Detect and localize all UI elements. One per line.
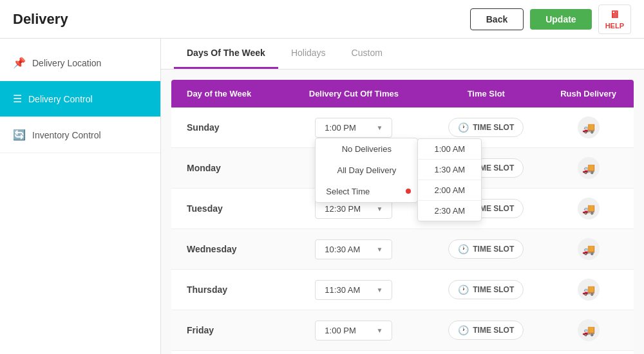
friday-cutoff-value: 1:00 PM <box>325 326 355 335</box>
cutoff-sunday: 1:00 PM ▼ No Deliveries All Day Delivery… <box>278 107 429 148</box>
sidebar-label-inventory-control: Inventory Control <box>32 130 101 140</box>
sunday-timeslot-btn[interactable]: 🕐 TIME SLOT <box>448 118 524 137</box>
table-container: Day of the Week Delivery Cut Off Times T… <box>161 70 644 354</box>
timeslot-thursday: 🕐 TIME SLOT <box>429 270 543 310</box>
sidebar-label-delivery-location: Delivery Location <box>32 58 101 68</box>
col-header-day: Day of the Week <box>171 80 278 107</box>
rush-tuesday: 🚚 <box>543 189 634 229</box>
cutoff-wednesday: 10:30 AM ▼ <box>278 229 429 270</box>
clock-icon: 🕐 <box>458 122 469 133</box>
wednesday-timeslot-btn[interactable]: 🕐 TIME SLOT <box>448 239 524 259</box>
thursday-cutoff-dropdown[interactable]: 11:30 AM ▼ <box>315 280 392 300</box>
friday-cutoff-dropdown[interactable]: 1:00 PM ▼ <box>315 321 392 340</box>
day-monday: Monday <box>171 148 278 189</box>
timeslot-label: TIME SLOT <box>473 285 514 294</box>
sunday-cutoff-dropdown[interactable]: 1:00 PM ▼ <box>315 118 392 138</box>
delivery-table: Day of the Week Delivery Cut Off Times T… <box>171 80 634 354</box>
option-select-time[interactable]: Select Time <box>316 181 417 202</box>
friday-rush-btn[interactable]: 🚚 <box>578 319 600 341</box>
main-layout: 📌 Delivery Location ☰ Delivery Control 🔄… <box>0 39 644 354</box>
update-button[interactable]: Update <box>530 9 591 30</box>
timeslot-label: TIME SLOT <box>473 123 514 132</box>
sunday-cutoff-value: 1:00 PM <box>325 123 355 133</box>
wednesday-rush-btn[interactable]: 🚚 <box>578 238 600 260</box>
rush-friday: 🚚 <box>543 310 634 351</box>
sunday-dropdown-menu: No Deliveries All Day Delivery Select Ti… <box>315 138 418 203</box>
rush-saturday: 🚚 <box>543 351 634 355</box>
time-option-2am[interactable]: 2:00 AM <box>418 180 481 201</box>
table-row: Sunday 1:00 PM ▼ No Deliveries A <box>171 107 634 148</box>
delivery-location-icon: 📌 <box>13 57 26 69</box>
friday-timeslot-btn[interactable]: 🕐 TIME SLOT <box>448 321 524 340</box>
header: Delivery Back Update 🖥 HELP <box>0 0 644 39</box>
content-area: Days Of The Week Holidays Custom Day of … <box>161 39 644 354</box>
sidebar: 📌 Delivery Location ☰ Delivery Control 🔄… <box>0 39 161 354</box>
table-row: Thursday 11:30 AM ▼ 🕐 TIME SLOT <box>171 270 634 310</box>
option-all-day-delivery[interactable]: All Day Delivery <box>316 160 417 181</box>
time-option-1am[interactable]: 1:00 AM <box>418 139 481 160</box>
timeslot-saturday: 🕐 TIME SLOT <box>429 351 543 355</box>
back-button[interactable]: Back <box>470 8 524 30</box>
cutoff-thursday: 11:30 AM ▼ <box>278 270 429 310</box>
thursday-timeslot-btn[interactable]: 🕐 TIME SLOT <box>448 280 524 299</box>
inventory-control-icon: 🔄 <box>13 129 26 141</box>
red-dot-indicator <box>406 189 411 194</box>
time-submenu: 1:00 AM 1:30 AM 2:00 AM 2:30 AM <box>417 138 482 221</box>
cutoff-saturday: ALL DAY DELIVERY ▼ <box>278 351 429 355</box>
timeslot-friday: 🕐 TIME SLOT <box>429 310 543 351</box>
tuesday-rush-btn[interactable]: 🚚 <box>578 198 600 219</box>
timeslot-wednesday: 🕐 TIME SLOT <box>429 229 543 270</box>
delivery-control-icon: ☰ <box>13 93 22 105</box>
timeslot-label: TIME SLOT <box>473 245 514 254</box>
header-actions: Back Update 🖥 HELP <box>470 5 631 34</box>
tab-custom[interactable]: Custom <box>339 39 395 69</box>
rush-wednesday: 🚚 <box>543 229 634 270</box>
table-row: Wednesday 10:30 AM ▼ 🕐 TIME SLOT <box>171 229 634 270</box>
tab-holidays[interactable]: Holidays <box>278 39 339 69</box>
rush-sunday: 🚚 <box>543 107 634 148</box>
rush-thursday: 🚚 <box>543 270 634 310</box>
day-wednesday: Wednesday <box>171 229 278 270</box>
col-header-cutoff: Delivery Cut Off Times <box>278 80 429 107</box>
chevron-down-icon: ▼ <box>376 205 383 212</box>
col-header-timeslot: Time Slot <box>429 80 543 107</box>
thursday-rush-btn[interactable]: 🚚 <box>578 279 600 301</box>
tuesday-cutoff-value: 12:30 PM <box>325 204 361 214</box>
wednesday-cutoff-dropdown[interactable]: 10:30 AM ▼ <box>315 239 392 259</box>
time-option-130am[interactable]: 1:30 AM <box>418 160 481 180</box>
chevron-down-icon: ▼ <box>376 124 383 131</box>
col-header-rush: Rush Delivery <box>543 80 634 107</box>
table-row: Friday 1:00 PM ▼ 🕐 TIME SLOT <box>171 310 634 351</box>
sidebar-item-delivery-control[interactable]: ☰ Delivery Control <box>0 81 160 117</box>
rush-monday: 🚚 <box>543 148 634 189</box>
chevron-down-icon: ▼ <box>376 327 383 334</box>
sunday-rush-btn[interactable]: 🚚 <box>578 116 600 138</box>
clock-icon: 🕐 <box>458 325 469 335</box>
clock-icon: 🕐 <box>458 244 469 254</box>
tab-days-of-week[interactable]: Days Of The Week <box>174 39 278 69</box>
clock-icon: 🕐 <box>458 284 469 295</box>
tabs-bar: Days Of The Week Holidays Custom <box>161 39 644 70</box>
help-label: HELP <box>605 22 624 30</box>
day-sunday: Sunday <box>171 107 278 148</box>
day-tuesday: Tuesday <box>171 189 278 229</box>
wednesday-cutoff-value: 10:30 AM <box>325 245 360 254</box>
sidebar-item-delivery-location[interactable]: 📌 Delivery Location <box>0 45 160 81</box>
sidebar-item-inventory-control[interactable]: 🔄 Inventory Control <box>0 117 160 153</box>
chevron-down-icon: ▼ <box>376 286 383 293</box>
day-friday: Friday <box>171 310 278 351</box>
page-title: Delivery <box>13 11 68 28</box>
option-no-deliveries[interactable]: No Deliveries <box>316 138 417 160</box>
timeslot-label: TIME SLOT <box>473 326 514 335</box>
time-option-230am[interactable]: 2:30 AM <box>418 201 481 221</box>
cutoff-friday: 1:00 PM ▼ <box>278 310 429 351</box>
chevron-down-icon: ▼ <box>376 246 383 253</box>
day-saturday: Saturday <box>171 351 278 355</box>
help-icon: 🖥 <box>609 9 620 21</box>
sidebar-label-delivery-control: Delivery Control <box>28 94 93 104</box>
thursday-cutoff-value: 11:30 AM <box>325 285 360 295</box>
help-button[interactable]: 🖥 HELP <box>598 5 631 34</box>
day-thursday: Thursday <box>171 270 278 310</box>
table-row: Saturday ALL DAY DELIVERY ▼ 🕐 TIME SLOT <box>171 351 634 355</box>
monday-rush-btn[interactable]: 🚚 <box>578 157 600 179</box>
